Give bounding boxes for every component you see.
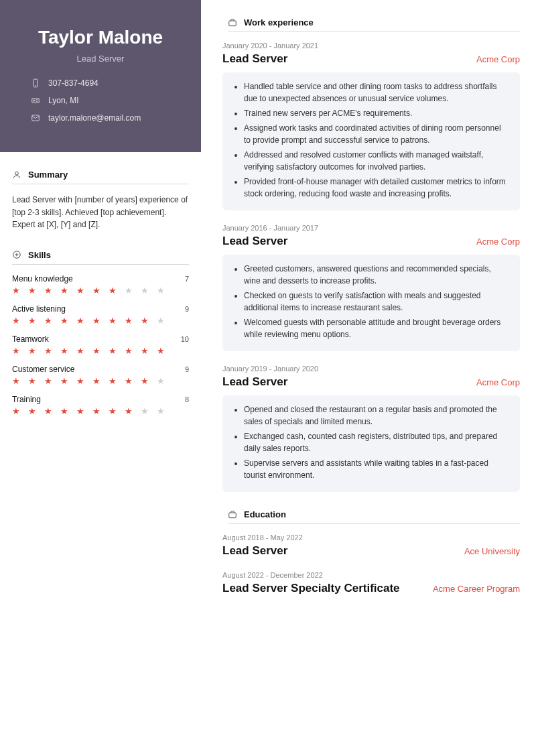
experience-entry: January 2020 - January 2021Lead ServerAc… bbox=[222, 42, 520, 210]
skill-item: Menu knowledge7★★★★★★★★★★ bbox=[12, 274, 189, 295]
star-icon: ★ bbox=[141, 316, 149, 325]
star-icon: ★ bbox=[109, 407, 117, 416]
entry-title: Lead Server bbox=[222, 375, 287, 389]
star-icon: ★ bbox=[12, 316, 20, 325]
star-icon: ★ bbox=[76, 316, 84, 325]
skills-label: Skills bbox=[28, 250, 51, 260]
contact-email: taylor.malone@email.com bbox=[31, 113, 185, 123]
bullet-item: Addressed and resolved customer conflict… bbox=[244, 149, 509, 173]
skill-score: 10 bbox=[181, 335, 189, 343]
star-icon: ★ bbox=[141, 286, 149, 295]
bullet-box: Handled table service and other dining r… bbox=[222, 72, 520, 210]
star-icon: ★ bbox=[157, 377, 165, 385]
contact-location: Lyon, MI bbox=[31, 96, 185, 105]
svg-rect-0 bbox=[34, 79, 38, 87]
star-icon: ★ bbox=[12, 286, 20, 295]
bullet-item: Checked on guests to verify satisfaction… bbox=[244, 290, 509, 314]
star-icon: ★ bbox=[44, 407, 52, 416]
briefcase-icon bbox=[228, 510, 237, 519]
entry-org: Acme Corp bbox=[476, 377, 520, 387]
entry-title: Lead Server Specialty Certificate bbox=[222, 582, 400, 595]
skill-stars: ★★★★★★★★★★ bbox=[12, 407, 189, 416]
star-icon: ★ bbox=[60, 407, 68, 416]
education-heading: Education bbox=[228, 509, 520, 524]
svg-rect-11 bbox=[229, 21, 237, 26]
star-icon: ★ bbox=[28, 316, 36, 325]
education-entry: August 2018 - May 2022Lead ServerAce Uni… bbox=[222, 533, 520, 558]
star-icon: ★ bbox=[109, 316, 117, 325]
skill-name: Active listening bbox=[12, 304, 66, 314]
star-icon: ★ bbox=[157, 286, 165, 295]
star-icon: ★ bbox=[157, 316, 165, 325]
star-icon: ★ bbox=[12, 346, 20, 355]
star-icon: ★ bbox=[125, 346, 133, 355]
experience-entry: January 2016 - January 2017Lead ServerAc… bbox=[222, 224, 520, 351]
skill-stars: ★★★★★★★★★★ bbox=[12, 286, 189, 295]
briefcase-icon bbox=[228, 18, 237, 27]
education-label: Education bbox=[244, 509, 286, 519]
star-icon: ★ bbox=[141, 377, 149, 385]
bullet-item: Assigned work tasks and coordinated acti… bbox=[244, 122, 509, 146]
star-icon: ★ bbox=[92, 377, 100, 385]
star-icon: ★ bbox=[44, 286, 52, 295]
star-icon: ★ bbox=[28, 286, 36, 295]
entry-org: Ace University bbox=[464, 546, 520, 556]
svg-rect-12 bbox=[229, 513, 237, 518]
star-icon: ★ bbox=[92, 286, 100, 295]
star-icon: ★ bbox=[12, 407, 20, 416]
phone-icon bbox=[31, 78, 40, 88]
star-icon: ★ bbox=[60, 286, 68, 295]
education-entry: August 2022 - December 2022Lead Server S… bbox=[222, 571, 520, 595]
star-icon: ★ bbox=[60, 377, 68, 385]
bullet-item: Supervise servers and assistants while w… bbox=[244, 457, 509, 481]
skill-item: Customer service9★★★★★★★★★★ bbox=[12, 365, 189, 385]
bullet-item: Provided front-of-house manager with det… bbox=[244, 176, 509, 200]
star-icon: ★ bbox=[109, 286, 117, 295]
bullet-item: Welcomed guests with personable attitude… bbox=[244, 316, 509, 340]
star-icon: ★ bbox=[44, 377, 52, 385]
skill-name: Training bbox=[12, 395, 41, 404]
entry-org: Acme Career Program bbox=[433, 584, 520, 594]
summary-heading: Summary bbox=[12, 170, 189, 184]
summary-text: Lead Server with [number of years] exper… bbox=[12, 194, 189, 231]
star-icon: ★ bbox=[92, 407, 100, 416]
skills-heading: Skills bbox=[12, 250, 189, 265]
star-icon: ★ bbox=[109, 346, 117, 355]
entry-org: Acme Corp bbox=[476, 54, 520, 64]
header-block: Taylor Malone Lead Server 307-837-4694 L… bbox=[0, 0, 201, 152]
bullet-item: Exchanged cash, counted cash registers, … bbox=[244, 430, 509, 454]
skill-score: 8 bbox=[185, 395, 189, 403]
star-icon: ★ bbox=[12, 377, 20, 385]
skill-stars: ★★★★★★★★★★ bbox=[12, 316, 189, 325]
entry-dates: August 2018 - May 2022 bbox=[222, 533, 520, 542]
skill-score: 9 bbox=[185, 305, 189, 313]
skill-score: 7 bbox=[185, 275, 189, 283]
star-icon: ★ bbox=[76, 286, 84, 295]
star-icon: ★ bbox=[76, 407, 84, 416]
star-icon: ★ bbox=[157, 407, 165, 416]
contact-phone: 307-837-4694 bbox=[31, 78, 185, 88]
skill-item: Teamwork10★★★★★★★★★★ bbox=[12, 334, 189, 355]
star-icon: ★ bbox=[109, 377, 117, 385]
star-icon: ★ bbox=[125, 377, 133, 385]
star-icon: ★ bbox=[44, 346, 52, 355]
entry-dates: January 2016 - January 2017 bbox=[222, 224, 520, 232]
person-name: Taylor Malone bbox=[16, 27, 185, 48]
entry-org: Acme Corp bbox=[476, 237, 520, 247]
skill-stars: ★★★★★★★★★★ bbox=[12, 346, 189, 355]
contact-phone-text: 307-837-4694 bbox=[48, 78, 98, 88]
star-icon: ★ bbox=[76, 346, 84, 355]
skill-item: Training8★★★★★★★★★★ bbox=[12, 395, 189, 416]
star-icon: ★ bbox=[28, 346, 36, 355]
star-icon: ★ bbox=[125, 286, 133, 295]
skill-name: Menu knowledge bbox=[12, 274, 73, 284]
star-icon: ★ bbox=[125, 316, 133, 325]
location-icon bbox=[31, 96, 40, 105]
plus-circle-icon bbox=[12, 250, 21, 259]
experience-entry: January 2019 - January 2020Lead ServerAc… bbox=[222, 365, 520, 492]
star-icon: ★ bbox=[92, 346, 100, 355]
entry-dates: January 2019 - January 2020 bbox=[222, 365, 520, 373]
bullet-item: Greeted customers, answered questions an… bbox=[244, 263, 509, 287]
star-icon: ★ bbox=[28, 377, 36, 385]
bullet-box: Opened and closed the restaurant on a re… bbox=[222, 395, 520, 492]
